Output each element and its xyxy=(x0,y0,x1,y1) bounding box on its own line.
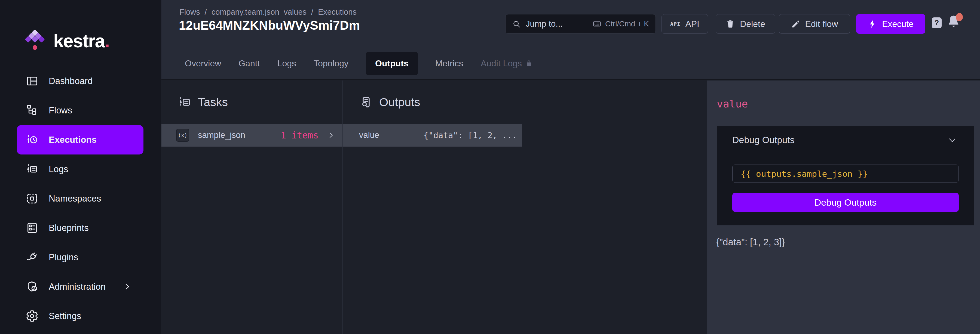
keyboard-icon xyxy=(593,20,601,28)
execute-button-label: Execute xyxy=(882,19,913,29)
sidebar-item-label: Administration xyxy=(49,282,106,292)
breadcrumb-separator: / xyxy=(205,8,207,17)
sidebar-item-executions[interactable]: Executions xyxy=(17,125,143,155)
dashboard-icon xyxy=(26,75,38,87)
kestra-diamonds-icon xyxy=(24,28,46,53)
chevron-down-icon xyxy=(947,135,957,145)
sidebar: kestra. Dashboard Flows Executions xyxy=(0,0,161,334)
outputs-panel-header: Outputs xyxy=(343,81,522,124)
tab-metrics[interactable]: Metrics xyxy=(435,59,463,68)
sidebar-item-settings[interactable]: Settings xyxy=(0,301,161,331)
delete-button[interactable]: Delete xyxy=(716,14,775,34)
flows-icon xyxy=(26,104,38,117)
breadcrumb[interactable]: Flows / company.team.json_values / Execu… xyxy=(180,8,356,17)
outputs-content: Tasks (x) sample_json 1 items Outputs xyxy=(161,81,980,334)
task-row-sample-json[interactable]: (x) sample_json 1 items xyxy=(161,124,342,147)
pencil-icon xyxy=(791,19,800,28)
sidebar-nav: Dashboard Flows Executions Lo xyxy=(0,66,161,331)
plugins-icon xyxy=(26,251,38,264)
tasks-panel: Tasks (x) sample_json 1 items xyxy=(161,81,343,334)
jump-to-placeholder: Jump to... xyxy=(526,19,563,29)
blueprints-icon xyxy=(26,222,38,234)
page-header: Flows / company.team.json_values / Execu… xyxy=(161,0,980,47)
api-button-label: API xyxy=(685,19,699,29)
execute-button[interactable]: Execute xyxy=(856,14,925,34)
debug-outputs-button[interactable]: Debug Outputs xyxy=(732,193,959,212)
notification-dot xyxy=(956,13,963,21)
output-detail-panel: value Debug Outputs {{ outputs.sample_js… xyxy=(707,81,980,334)
output-key: value xyxy=(359,130,379,140)
debug-card-title: Debug Outputs xyxy=(732,135,795,145)
sidebar-item-administration[interactable]: Administration xyxy=(0,272,161,301)
sidebar-item-label: Executions xyxy=(49,135,97,145)
breadcrumb-flows[interactable]: Flows xyxy=(180,8,200,17)
api-mini-icon: API xyxy=(670,21,680,27)
sidebar-item-namespaces[interactable]: Namespaces xyxy=(0,184,161,213)
sidebar-item-label: Namespaces xyxy=(49,193,101,204)
sidebar-item-label: Settings xyxy=(49,311,81,321)
edit-flow-button[interactable]: Edit flow xyxy=(779,14,850,34)
execution-tabs: Overview Gantt Logs Topology Outputs Met… xyxy=(161,47,980,80)
search-icon xyxy=(512,20,521,28)
notifications-bell-button[interactable] xyxy=(947,14,962,30)
tab-logs[interactable]: Logs xyxy=(277,59,296,68)
lock-icon xyxy=(525,60,533,67)
sidebar-item-label: Blueprints xyxy=(49,223,89,233)
tasks-panel-title: Tasks xyxy=(198,95,228,109)
main-area: Flows / company.team.json_values / Execu… xyxy=(161,0,980,334)
sidebar-item-flows[interactable]: Flows xyxy=(0,96,161,125)
tab-gantt[interactable]: Gantt xyxy=(239,59,260,68)
kestra-logo[interactable]: kestra. xyxy=(24,28,109,53)
document-search-icon xyxy=(360,96,373,109)
selected-output-heading: value xyxy=(717,98,748,110)
breadcrumb-namespace[interactable]: company.team.json_values xyxy=(212,8,307,17)
debug-card-header[interactable]: Debug Outputs xyxy=(717,126,974,145)
shortcut-label: Ctrl/Cmd + K xyxy=(605,20,649,28)
tab-outputs[interactable]: Outputs xyxy=(366,52,418,75)
chevron-right-icon xyxy=(327,131,336,139)
output-row-value[interactable]: value {"data": [1, 2, ... xyxy=(343,124,522,147)
next-level-empty-column xyxy=(522,81,707,334)
tasks-panel-header: Tasks xyxy=(161,81,342,124)
executions-icon xyxy=(26,133,38,146)
tab-overview[interactable]: Overview xyxy=(185,59,221,68)
tab-topology[interactable]: Topology xyxy=(313,59,348,68)
expression-input[interactable]: {{ outputs.sample_json }} xyxy=(732,165,959,183)
edit-flow-button-label: Edit flow xyxy=(805,19,838,29)
gear-icon xyxy=(26,310,38,322)
sidebar-item-plugins[interactable]: Plugins xyxy=(0,242,161,272)
chevron-right-icon xyxy=(123,282,132,291)
breadcrumb-separator: / xyxy=(311,8,313,17)
api-button[interactable]: API API xyxy=(662,14,708,34)
help-button[interactable]: ? xyxy=(932,17,942,28)
debug-outputs-card: Debug Outputs {{ outputs.sample_json }} … xyxy=(717,126,974,225)
namespaces-icon xyxy=(26,192,38,205)
logs-icon xyxy=(26,163,38,176)
task-name: sample_json xyxy=(198,130,245,140)
output-value-result: {"data": [1, 2, 3]} xyxy=(716,237,785,247)
sidebar-item-label: Dashboard xyxy=(49,76,92,86)
sidebar-item-dashboard[interactable]: Dashboard xyxy=(0,66,161,96)
sidebar-item-blueprints[interactable]: Blueprints xyxy=(0,213,161,242)
jump-to-search[interactable]: Jump to... Ctrl/Cmd + K xyxy=(505,14,656,34)
tab-audit-logs[interactable]: Audit Logs xyxy=(481,59,533,68)
task-items-badge: 1 items xyxy=(281,130,318,141)
tasks-timeline-icon xyxy=(178,96,191,109)
question-mark-icon: ? xyxy=(935,19,939,27)
tab-audit-logs-label: Audit Logs xyxy=(481,59,522,68)
delete-button-label: Delete xyxy=(740,19,765,29)
sidebar-item-logs[interactable]: Logs xyxy=(0,155,161,184)
trash-icon xyxy=(726,19,735,28)
outputs-panel-title: Outputs xyxy=(379,95,420,109)
outputs-panel: Outputs value {"data": [1, 2, ... xyxy=(343,81,522,334)
sidebar-item-label: Flows xyxy=(49,105,72,116)
sidebar-item-label: Plugins xyxy=(49,252,78,263)
task-type-icon: (x) xyxy=(176,129,189,142)
output-preview: {"data": [1, 2, ... xyxy=(423,131,517,140)
breadcrumb-executions[interactable]: Executions xyxy=(318,8,356,17)
lightning-bolt-icon xyxy=(868,19,877,28)
administration-icon xyxy=(26,280,38,293)
execution-id-title: 12uE64MNZKNbuWVySmi7Dm xyxy=(179,18,360,33)
sidebar-item-label: Logs xyxy=(49,164,68,174)
brand-wordmark: kestra. xyxy=(53,30,109,51)
